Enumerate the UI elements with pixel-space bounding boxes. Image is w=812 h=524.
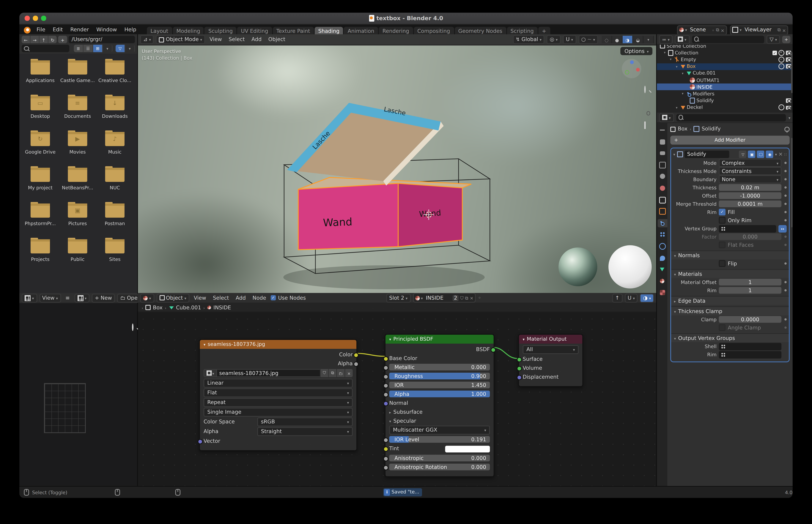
tab-geometry-nodes[interactable]: Geometry Nodes [454, 27, 506, 35]
anisotropic-slider[interactable]: Anisotropic0.000 [389, 455, 490, 461]
metallic-slider[interactable]: Metallic0.000 [389, 364, 490, 371]
tint-color-swatch[interactable] [445, 445, 490, 452]
camera-view-icon[interactable] [644, 110, 651, 117]
modifier-name-field[interactable]: Solidify [684, 151, 729, 158]
new-scene-icon[interactable]: ⧉ [716, 27, 719, 33]
flat-faces-checkbox[interactable] [719, 242, 726, 248]
copy-image-icon[interactable]: ⧉ [328, 369, 336, 377]
mode-dropdown[interactable]: Complex▾ [719, 159, 781, 167]
shell-vertex-group-field[interactable] [719, 343, 781, 350]
wireframe-shading-icon[interactable]: ◌ [602, 36, 612, 43]
viewport-object-menu[interactable]: Object [266, 36, 288, 43]
folder-creative-cloud[interactable]: Creative Clo... [97, 58, 133, 92]
folder-sites[interactable]: Sites [97, 237, 133, 271]
metallic-input-socket[interactable] [383, 365, 389, 371]
source-dropdown[interactable]: Single Image▾ [204, 408, 353, 417]
alpha-input-socket[interactable] [383, 392, 389, 397]
boundary-dropdown[interactable]: None▾ [719, 175, 781, 183]
folder-documents[interactable]: ≡Documents [60, 94, 95, 128]
image-texture-node[interactable]: ▾seamless-1807376.jpg Color Alpha ▾ seam… [199, 339, 357, 451]
merge-threshold-field[interactable]: 0.0001 m [719, 200, 781, 208]
folder-applications[interactable]: Applications [22, 58, 58, 92]
anisotropic-input-socket[interactable] [383, 456, 389, 461]
fill-checkbox[interactable]: ✓ [719, 209, 726, 215]
edge-data-section-header[interactable]: ▸Edge Data [671, 296, 789, 305]
outliner-row-inside[interactable]: INSIDE [657, 84, 793, 91]
drag-handle[interactable]: ∷ [784, 152, 787, 157]
vertex-group-field[interactable] [719, 225, 776, 232]
hide-viewport-icon[interactable] [778, 50, 784, 56]
tab-compositing[interactable]: Compositing [413, 27, 454, 35]
flip-checkbox[interactable] [719, 260, 726, 267]
node-view-menu[interactable]: View [192, 295, 208, 301]
specular-section-toggle[interactable]: ▾Specular [389, 417, 490, 424]
disable-render-icon[interactable] [786, 105, 791, 110]
angle-clamp-checkbox[interactable] [719, 324, 726, 331]
image-view-menu[interactable]: View▾ [39, 293, 61, 302]
proportional-editing-toggle[interactable]: ○~▾ [578, 35, 598, 44]
forward-button[interactable]: → [31, 36, 39, 43]
outliner-row-empty[interactable]: ▾Empty [657, 56, 793, 63]
material-selector[interactable]: ▾ INSIDE 2 ⛉ ⧉ × [413, 293, 476, 302]
outliner-scrollbar[interactable] [791, 52, 793, 93]
view-thumbnails-button[interactable]: ⊞ [93, 45, 103, 52]
volume-input-socket[interactable] [517, 366, 522, 371]
output-target-dropdown[interactable]: All▾ [523, 345, 579, 354]
close-window-button[interactable] [25, 16, 30, 20]
properties-search-input[interactable] [676, 114, 786, 121]
tab-shading[interactable]: Shading [314, 27, 343, 35]
normal-input-socket[interactable] [383, 401, 389, 406]
unlink-material-icon[interactable]: × [470, 295, 473, 300]
outliner-row-collection[interactable]: ▾Collection✓ [657, 49, 793, 56]
image-browse-dropdown[interactable]: ▾ [74, 293, 90, 302]
principled-bsdf-node[interactable]: ▾Principled BSDF BSDF Base Color Metalli… [385, 334, 494, 477]
path-field[interactable]: /Users/grgr/ [69, 36, 135, 43]
magnet-snap-toggle[interactable]: U▾ [563, 35, 576, 44]
grid-view-icon[interactable] [644, 122, 651, 129]
tab-view-layer[interactable] [657, 161, 667, 169]
new-collection-button[interactable]: + [782, 35, 790, 43]
editor-type-dropdown[interactable]: ⊿▾ [140, 35, 154, 44]
fake-user-shield-icon[interactable]: ⛉ [320, 369, 328, 377]
hide-viewport-icon[interactable] [778, 64, 784, 69]
tab-layout[interactable]: Layout [147, 27, 172, 35]
bsdf-output-socket[interactable] [491, 347, 496, 353]
extras-dropdown[interactable]: ▾ [775, 152, 777, 157]
color-output-socket[interactable] [354, 353, 359, 358]
pin-icon[interactable]: ◦ [712, 27, 715, 32]
editor-type-dropdown[interactable]: ≔▾ [659, 35, 672, 44]
hide-viewport-icon[interactable] [778, 104, 784, 111]
folder-castle-game[interactable]: Castle Game... [60, 58, 95, 92]
folder-downloads[interactable]: ↓Downloads [97, 94, 133, 128]
tab-scene[interactable] [657, 173, 667, 181]
folder-desktop[interactable]: ▭Desktop [22, 94, 58, 128]
tab-constraints[interactable] [657, 254, 667, 262]
menu-file[interactable]: File [34, 27, 48, 33]
tab-modeling[interactable]: Modeling [173, 27, 204, 35]
overlays-toggle[interactable]: ◑▾ [640, 293, 654, 302]
node-add-menu[interactable]: Add [233, 295, 248, 301]
image-browse-icon[interactable]: ▾ [204, 369, 217, 377]
folder-my-project[interactable]: My project [22, 165, 58, 199]
collection-checkbox[interactable]: ✓ [773, 50, 777, 55]
add-modifier-button[interactable]: +Add Modifier [670, 136, 790, 145]
folder-movies[interactable]: ▶Movies [60, 130, 95, 163]
render-display-toggle[interactable]: ◉ [766, 151, 774, 158]
rim-material-field[interactable]: 1 [719, 287, 781, 294]
navigation-gizmo[interactable] [622, 59, 641, 78]
folder-pictures[interactable]: ▣Pictures [60, 201, 95, 235]
subsurface-section-toggle[interactable]: ▸Subsurface [389, 408, 490, 415]
node-node-menu[interactable]: Node [250, 295, 269, 301]
material-output-node[interactable]: ▾Material Output All▾ Surface Volume Dis… [518, 334, 583, 387]
filter-icon[interactable]: ▽ [116, 45, 125, 52]
zoom-window-button[interactable] [41, 16, 46, 20]
folder-google-drive[interactable]: ↻Google Drive [22, 130, 58, 163]
menu-render[interactable]: Render [67, 27, 92, 33]
remove-modifier-button[interactable]: × [778, 151, 783, 157]
material-users-count[interactable]: 2 [452, 295, 459, 301]
realtime-display-toggle[interactable]: ▣ [748, 151, 756, 158]
tab-scripting[interactable]: Scripting [507, 27, 538, 35]
clamp-field[interactable]: 0.0000 [719, 316, 781, 323]
node-snap-toggle[interactable]: U▾ [625, 293, 638, 302]
add-workspace-button[interactable]: + [538, 27, 550, 35]
